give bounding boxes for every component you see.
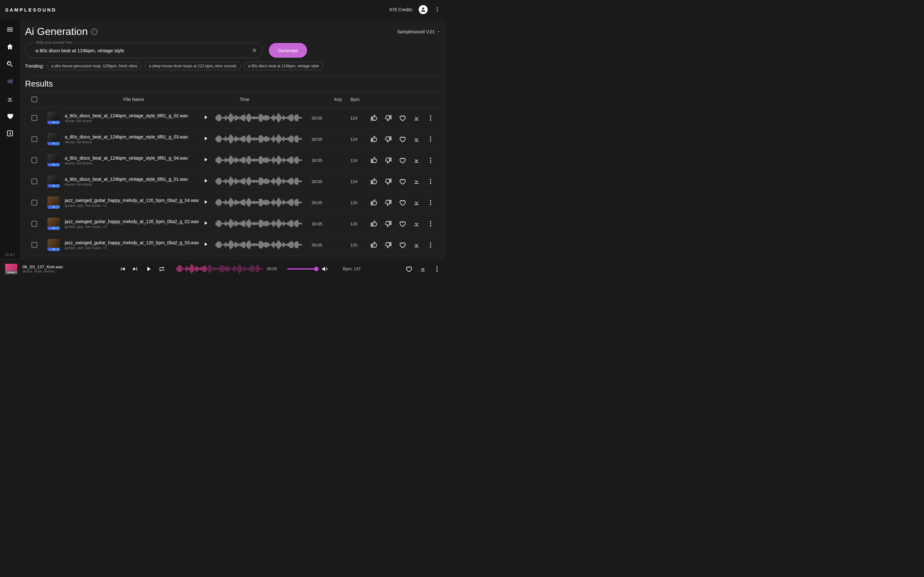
- prev-track-icon[interactable]: [120, 266, 126, 272]
- row-waveform[interactable]: [216, 156, 309, 165]
- heart-icon[interactable]: [399, 135, 406, 143]
- row-waveform[interactable]: [216, 219, 309, 228]
- thumbs-up-icon[interactable]: [371, 242, 378, 248]
- row-checkbox[interactable]: [31, 242, 37, 248]
- kebab-menu-icon[interactable]: [434, 6, 441, 13]
- download-icon[interactable]: [6, 95, 14, 103]
- thumbs-down-icon[interactable]: [384, 114, 392, 121]
- row-time: 00:05: [312, 137, 322, 142]
- row-checkbox[interactable]: [31, 157, 37, 163]
- row-checkbox[interactable]: [31, 200, 37, 205]
- trending-chip[interactable]: a 80s disco beat at 124bpm, vintage styl…: [244, 62, 323, 70]
- play-icon[interactable]: [203, 178, 208, 184]
- thumbs-up-icon[interactable]: [371, 199, 378, 206]
- download-icon[interactable]: [413, 114, 420, 121]
- kebab-menu-icon[interactable]: [427, 114, 434, 121]
- search-icon[interactable]: [6, 60, 14, 68]
- row-time: 00:05: [312, 116, 322, 121]
- player-waveform[interactable]: [176, 265, 263, 273]
- heart-icon[interactable]: [399, 242, 406, 248]
- kebab-menu-icon[interactable]: [427, 178, 434, 185]
- thumbs-down-icon[interactable]: [384, 135, 392, 143]
- download-icon[interactable]: [413, 157, 420, 164]
- trending-chip[interactable]: a deep house drum loops at 122 bpm, etni…: [145, 62, 241, 70]
- credits-display: 978 Credits: [389, 7, 412, 12]
- svg-point-25: [436, 266, 438, 268]
- play-icon[interactable]: [203, 199, 208, 205]
- sample-thumb: AI: [47, 133, 60, 145]
- thumbs-up-icon[interactable]: [371, 220, 378, 227]
- play-icon[interactable]: [145, 266, 152, 272]
- kebab-menu-icon[interactable]: [427, 242, 434, 248]
- file-tags: guitarsjazzlive music+1: [65, 246, 203, 250]
- thumbs-up-icon[interactable]: [371, 157, 378, 164]
- kebab-menu-icon[interactable]: [433, 266, 441, 272]
- play-icon[interactable]: [203, 157, 208, 163]
- play-icon[interactable]: [203, 114, 208, 120]
- row-waveform[interactable]: [216, 135, 309, 143]
- loop-icon[interactable]: [158, 266, 165, 272]
- row-waveform[interactable]: [216, 240, 309, 250]
- thumbs-down-icon[interactable]: [384, 242, 392, 248]
- play-icon[interactable]: [203, 220, 208, 226]
- sample-thumb: AI: [47, 154, 60, 166]
- thumbs-down-icon[interactable]: [384, 220, 392, 227]
- select-all-checkbox[interactable]: [31, 97, 37, 102]
- download-icon[interactable]: [413, 220, 420, 227]
- account-avatar[interactable]: [419, 5, 428, 14]
- heart-icon[interactable]: [399, 199, 406, 206]
- row-checkbox[interactable]: [31, 179, 37, 184]
- info-icon[interactable]: i: [91, 29, 97, 35]
- model-label: Samplesound V.01: [397, 29, 435, 34]
- svg-point-15: [430, 183, 431, 184]
- kebab-menu-icon[interactable]: [427, 135, 434, 143]
- brand-logo: SAMPLESOUND: [5, 7, 57, 13]
- heart-icon[interactable]: [399, 114, 406, 121]
- volume-slider[interactable]: [287, 268, 318, 269]
- heart-icon[interactable]: [399, 178, 406, 185]
- sample-thumb: AI: [47, 218, 60, 230]
- svg-point-23: [430, 244, 431, 245]
- ai-badge: AI: [47, 248, 60, 251]
- download-icon[interactable]: [413, 242, 420, 248]
- heart-icon[interactable]: [405, 266, 412, 272]
- trending-chip[interactable]: a afro house percussion loop, 120bpm, fr…: [47, 62, 142, 70]
- row-time: 00:05: [312, 243, 322, 247]
- row-checkbox[interactable]: [31, 221, 37, 227]
- thumbs-up-icon[interactable]: [371, 135, 378, 143]
- row-checkbox[interactable]: [31, 115, 37, 121]
- clear-icon[interactable]: [252, 47, 257, 53]
- chevron-down-icon: [437, 30, 441, 34]
- generate-button[interactable]: Generate: [269, 43, 307, 58]
- download-icon[interactable]: [413, 199, 420, 206]
- kebab-menu-icon[interactable]: [427, 220, 434, 227]
- home-icon[interactable]: [6, 43, 14, 51]
- thumbs-down-icon[interactable]: [384, 157, 392, 164]
- row-waveform[interactable]: [216, 198, 309, 207]
- kebab-menu-icon[interactable]: [427, 199, 434, 206]
- heart-icon[interactable]: [6, 112, 14, 120]
- row-checkbox[interactable]: [31, 136, 37, 142]
- thumbs-up-icon[interactable]: [371, 114, 378, 121]
- download-icon[interactable]: [413, 135, 420, 143]
- volume-icon[interactable]: [321, 266, 328, 272]
- prompt-input[interactable]: [25, 43, 262, 58]
- library-icon[interactable]: [6, 129, 14, 137]
- thumbs-down-icon[interactable]: [384, 199, 392, 206]
- download-icon[interactable]: [419, 266, 426, 272]
- download-icon[interactable]: [413, 178, 420, 185]
- player-thumb-tag: Human: [5, 271, 17, 274]
- thumbs-down-icon[interactable]: [384, 178, 392, 185]
- heart-icon[interactable]: [399, 157, 406, 164]
- thumbs-up-icon[interactable]: [371, 178, 378, 185]
- ai-waveform-icon[interactable]: [6, 77, 14, 85]
- play-icon[interactable]: [203, 242, 208, 247]
- hamburger-icon[interactable]: [6, 26, 14, 33]
- model-selector[interactable]: Samplesound V.01: [397, 29, 441, 34]
- kebab-menu-icon[interactable]: [427, 157, 434, 164]
- row-waveform[interactable]: [216, 177, 309, 186]
- next-track-icon[interactable]: [132, 266, 139, 272]
- row-waveform[interactable]: [216, 113, 309, 122]
- heart-icon[interactable]: [399, 220, 406, 227]
- play-icon[interactable]: [203, 135, 208, 141]
